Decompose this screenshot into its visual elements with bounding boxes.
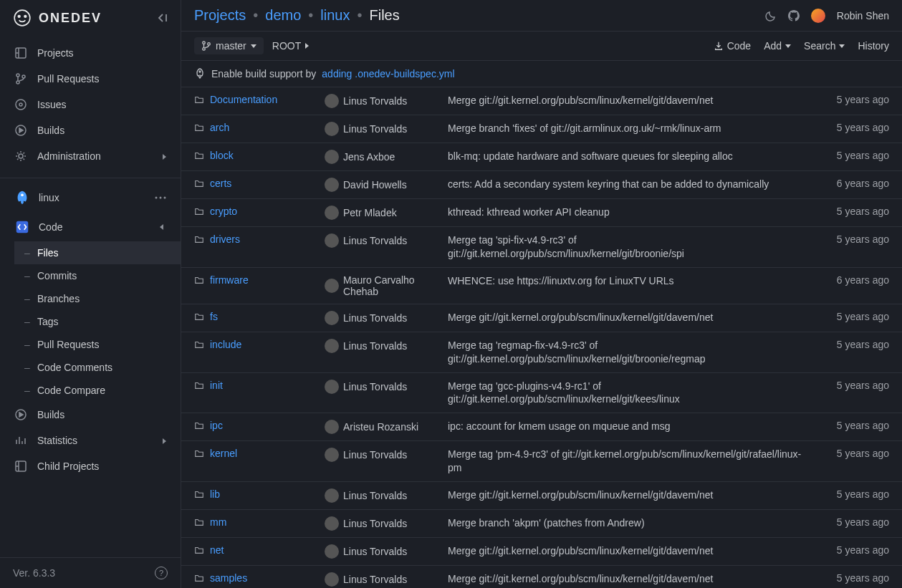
author-name[interactable]: Jens Axboe [343,151,395,163]
commit-message[interactable]: ipc: account for kmem usage on mqueue an… [448,420,815,433]
code-label: Code [39,221,62,233]
file-row[interactable]: includeLinus TorvaldsMerge tag 'regmap-f… [181,332,902,373]
commit-message[interactable]: Merge tag 'pm-4.9-rc3' of git://git.kern… [448,448,815,475]
breadcrumb-demo[interactable]: demo [265,7,301,24]
file-row[interactable]: certsDavid Howellscerts: Add a secondary… [181,171,902,199]
branch-selector[interactable]: master [194,37,264,54]
commit-message[interactable]: Merge git://git.kernel.org/pub/scm/linux… [448,544,815,558]
author-name[interactable]: David Howells [343,179,407,191]
help-icon[interactable]: ? [155,567,168,579]
commit-message[interactable]: Merge branch 'fixes' of git://git.armlin… [448,122,815,135]
sidebar-item-builds[interactable]: Builds [0,117,181,143]
sidebar-item-pull-requests[interactable]: Pull Requests [0,66,181,92]
file-name-link[interactable]: mm [210,516,226,528]
author-name[interactable]: Linus Torvalds [343,95,407,107]
code-download-button[interactable]: Code [714,40,751,52]
search-button[interactable]: Search [804,40,845,52]
code-subitem-code-compare[interactable]: Code Compare [14,379,181,402]
author-name[interactable]: Linus Torvalds [343,123,407,135]
file-name-link[interactable]: net [210,544,224,556]
author-name[interactable]: Linus Torvalds [343,490,407,501]
file-row[interactable]: netLinus TorvaldsMerge git://git.kernel.… [181,538,902,566]
file-row[interactable]: kernelLinus TorvaldsMerge tag 'pm-4.9-rc… [181,441,902,482]
author-name[interactable]: Linus Torvalds [343,574,407,585]
author-name[interactable]: Linus Torvalds [343,546,407,557]
file-name-link[interactable]: Documentation [210,94,277,105]
file-name-link[interactable]: firmware [210,274,249,286]
sidebar-main-nav: ProjectsPull RequestsIssuesBuildsAdminis… [0,36,181,173]
file-name-link[interactable]: block [210,150,234,161]
file-name-link[interactable]: crypto [210,206,237,217]
file-row[interactable]: DocumentationLinus TorvaldsMerge git://g… [181,87,902,115]
commit-message[interactable]: blk-mq: update hardware and software que… [448,150,815,163]
commit-message[interactable]: Merge git://git.kernel.org/pub/scm/linux… [448,572,815,586]
code-subitem-commits[interactable]: Commits [14,264,181,287]
file-name-link[interactable]: arch [210,122,229,133]
author-name[interactable]: Mauro Carvalho Chehab [343,274,438,297]
path-root[interactable]: ROOT [272,40,301,52]
commit-message[interactable]: Merge git://git.kernel.org/pub/scm/linux… [448,488,815,502]
code-subitem-pull-requests[interactable]: Pull Requests [14,333,181,356]
user-avatar[interactable] [811,9,825,23]
add-button[interactable]: Add [764,40,791,52]
theme-moon-icon[interactable] [765,10,777,21]
file-row[interactable]: samplesLinus TorvaldsMerge git://git.ker… [181,566,902,588]
commit-message[interactable]: Merge branch 'akpm' (patches from Andrew… [448,516,815,530]
sidebar-collapse-button[interactable] [156,12,168,24]
file-row[interactable]: cryptoPetr Mladekkthread: kthread worker… [181,199,902,227]
code-tree-root[interactable]: Code [0,213,181,241]
file-name-link[interactable]: samples [210,572,247,584]
file-name-link[interactable]: ipc [210,420,223,431]
project-context[interactable]: linux [0,183,181,213]
file-row[interactable]: ipcAristeu Rozanskiipc: account for kmem… [181,413,902,441]
file-row[interactable]: driversLinus TorvaldsMerge tag 'spi-fix-… [181,227,902,268]
file-row[interactable]: libLinus TorvaldsMerge git://git.kernel.… [181,482,902,510]
file-name-link[interactable]: init [210,380,223,391]
breadcrumb-linux[interactable]: linux [320,7,350,24]
file-row[interactable]: archLinus TorvaldsMerge branch 'fixes' o… [181,115,902,143]
project-nav-builds[interactable]: Builds [0,402,181,428]
file-name-link[interactable]: certs [210,178,231,189]
project-nav-child-projects[interactable]: Child Projects [0,453,181,479]
author-name[interactable]: Aristeu Rozanski [343,421,418,433]
author-name[interactable]: Linus Torvalds [343,381,407,392]
sidebar-item-issues[interactable]: Issues [0,92,181,117]
user-name[interactable]: Robin Shen [837,10,889,21]
file-name-link[interactable]: drivers [210,233,240,245]
file-name-link[interactable]: lib [210,488,220,500]
author-name[interactable]: Petr Mladek [343,207,397,218]
sidebar-item-administration[interactable]: Administration [0,143,181,169]
file-row[interactable]: mmLinus TorvaldsMerge branch 'akpm' (pat… [181,510,902,538]
github-icon[interactable] [788,10,800,21]
build-notice-link[interactable]: adding .onedev-buildspec.yml [322,68,454,79]
commit-message[interactable]: Merge tag 'spi-fix-v4.9-rc3' of git://gi… [448,233,815,261]
commit-message[interactable]: certs: Add a secondary system keyring th… [448,178,815,191]
commit-message[interactable]: Merge git://git.kernel.org/pub/scm/linux… [448,94,815,107]
commit-message[interactable]: Merge git://git.kernel.org/pub/scm/linux… [448,311,815,324]
project-nav-statistics[interactable]: Statistics [0,428,181,453]
author-name[interactable]: Linus Torvalds [343,312,407,324]
file-row[interactable]: initLinus TorvaldsMerge tag 'gcc-plugins… [181,373,902,414]
file-name-link[interactable]: include [210,339,241,350]
author-name[interactable]: Linus Torvalds [343,449,407,461]
author-name[interactable]: Linus Torvalds [343,340,407,352]
code-subitem-branches[interactable]: Branches [14,287,181,310]
project-more-icon[interactable] [155,196,166,199]
file-name-link[interactable]: fs [210,311,218,322]
code-subitem-files[interactable]: Files [14,241,181,264]
author-name[interactable]: Linus Torvalds [343,235,407,246]
commit-message[interactable]: kthread: kthread worker API cleanup [448,206,815,219]
history-button[interactable]: History [858,40,889,52]
file-row[interactable]: fsLinus TorvaldsMerge git://git.kernel.o… [181,304,902,332]
sidebar-item-projects[interactable]: Projects [0,40,181,66]
commit-message[interactable]: WHENCE: use https://linuxtv.org for Linu… [448,274,815,288]
author-name[interactable]: Linus Torvalds [343,518,407,529]
code-subitem-code-comments[interactable]: Code Comments [14,356,181,379]
commit-message[interactable]: Merge tag 'gcc-plugins-v4.9-rc1' of git:… [448,380,815,407]
file-row[interactable]: firmwareMauro Carvalho ChehabWHENCE: use… [181,268,902,304]
code-subitem-tags[interactable]: Tags [14,310,181,333]
file-row[interactable]: blockJens Axboeblk-mq: update hardware a… [181,143,902,171]
breadcrumb-projects[interactable]: Projects [194,7,246,24]
commit-message[interactable]: Merge tag 'regmap-fix-v4.9-rc3' of git:/… [448,339,815,366]
file-name-link[interactable]: kernel [210,448,237,459]
